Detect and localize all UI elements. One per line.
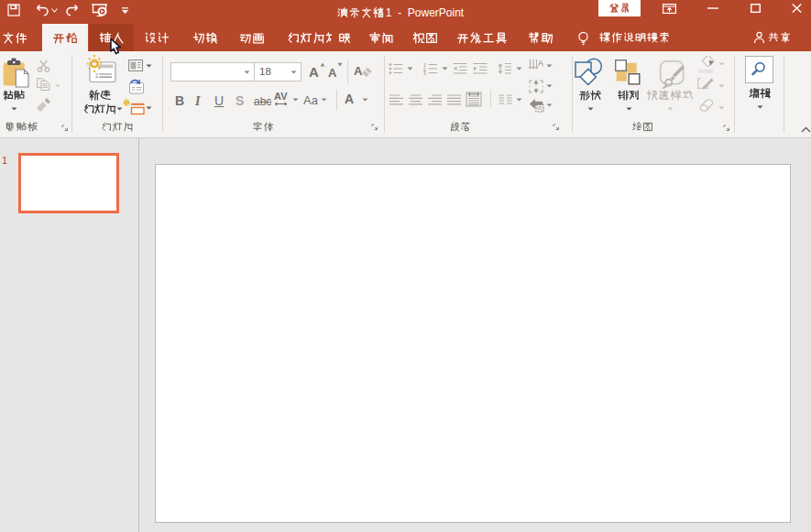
svg-text:3: 3 [423,71,426,75]
svg-text:A: A [538,59,543,68]
svg-text:AV: AV [274,92,288,102]
